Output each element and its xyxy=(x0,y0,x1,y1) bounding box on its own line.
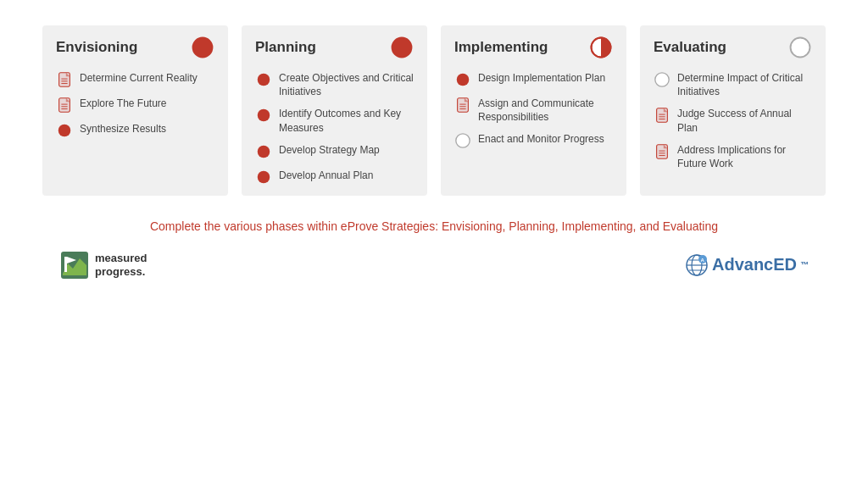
mp-logo-text: measured progress. xyxy=(95,252,147,278)
item-text: Design Implementation Plan xyxy=(478,71,605,85)
phase-item[interactable]: Develop Annual Plan xyxy=(255,169,414,186)
phase-item[interactable]: Address Implications for Future Work xyxy=(654,143,812,170)
item-icon xyxy=(56,71,73,88)
item-text: Determine Impact of Critical Initiatives xyxy=(677,71,812,98)
item-text: Develop Annual Plan xyxy=(279,169,373,182)
item-text: Develop Strategy Map xyxy=(279,143,380,157)
svg-point-12 xyxy=(392,38,412,58)
phase-status-icon-planning xyxy=(390,36,414,59)
measured-progress-logo: measured progress. xyxy=(59,250,147,280)
item-text: Judge Success of Annual Plan xyxy=(677,107,812,134)
mp-line1: measured xyxy=(95,252,147,265)
item-icon xyxy=(454,97,471,114)
svg-point-0 xyxy=(193,38,213,58)
advanced-logo: A AdvancED ™ xyxy=(685,253,809,277)
phase-header-implementing: Implementing xyxy=(454,36,613,59)
phase-item[interactable]: Enact and Monitor Progress xyxy=(454,132,613,149)
phase-title-evaluating: Evaluating xyxy=(654,39,726,56)
phase-item[interactable]: Judge Success of Annual Plan xyxy=(654,107,812,134)
item-text: Assign and Communicate Responsibilities xyxy=(478,97,613,124)
item-text: Explore The Future xyxy=(80,97,167,110)
advanced-globe-icon: A xyxy=(685,253,709,277)
phase-item[interactable]: Identify Outcomes and Key Measures xyxy=(255,107,414,134)
item-text: Synthesize Results xyxy=(80,122,166,136)
phase-items-implementing: Design Implementation PlanAssign and Com… xyxy=(454,71,613,149)
item-text: Determine Current Reality xyxy=(80,71,198,85)
phase-card-implementing: ImplementingDesign Implementation PlanAs… xyxy=(441,25,626,196)
phase-status-icon-evaluating xyxy=(788,36,812,59)
svg-point-26 xyxy=(791,38,810,58)
phase-item[interactable]: Assign and Communicate Responsibilities xyxy=(454,97,613,124)
item-text: Enact and Monitor Progress xyxy=(478,132,604,146)
phase-item[interactable]: Determine Current Reality xyxy=(56,71,214,88)
bottom-text: Complete the various phases within eProv… xyxy=(42,219,826,233)
svg-rect-28 xyxy=(657,108,668,122)
svg-point-19 xyxy=(457,74,470,86)
svg-point-11 xyxy=(58,125,71,137)
item-icon xyxy=(255,107,272,124)
phase-item[interactable]: Determine Impact of Critical Initiatives xyxy=(654,71,812,98)
phase-items-planning: Create Objectives and Critical Initiativ… xyxy=(255,71,414,186)
item-icon xyxy=(654,71,670,88)
item-icon xyxy=(654,143,670,160)
svg-point-25 xyxy=(456,134,470,147)
svg-rect-40 xyxy=(64,257,67,272)
item-icon xyxy=(255,143,272,160)
svg-rect-33 xyxy=(657,145,668,158)
svg-text:A: A xyxy=(700,258,704,263)
phase-status-icon-envisioning xyxy=(191,36,214,59)
item-text: Identify Outcomes and Key Measures xyxy=(279,107,414,134)
svg-rect-1 xyxy=(59,73,70,86)
item-text: Address Implications for Future Work xyxy=(677,143,812,170)
phases-row: EnvisioningDetermine Current RealityExpl… xyxy=(42,25,826,196)
phase-item[interactable]: Synthesize Results xyxy=(56,122,214,139)
item-icon xyxy=(56,122,73,139)
main-container: EnvisioningDetermine Current RealityExpl… xyxy=(0,0,868,297)
item-icon xyxy=(454,132,471,149)
item-icon xyxy=(255,169,272,186)
phase-title-implementing: Implementing xyxy=(454,39,548,56)
svg-rect-20 xyxy=(458,98,469,112)
measured-progress-icon xyxy=(59,250,90,280)
advanced-text: AdvancED xyxy=(712,255,797,274)
phase-item[interactable]: Create Objectives and Critical Initiativ… xyxy=(255,71,414,98)
phase-item[interactable]: Design Implementation Plan xyxy=(454,71,613,88)
footer: measured progress. A AdvancED ™ xyxy=(42,250,826,280)
item-icon xyxy=(454,71,471,88)
phase-status-icon-implementing xyxy=(589,36,613,59)
phase-header-evaluating: Evaluating xyxy=(654,36,812,59)
phase-title-envisioning: Envisioning xyxy=(56,39,137,56)
item-icon xyxy=(56,97,73,114)
phase-item[interactable]: Develop Strategy Map xyxy=(255,143,414,160)
item-text: Create Objectives and Critical Initiativ… xyxy=(279,71,414,98)
phase-card-planning: PlanningCreate Objectives and Critical I… xyxy=(242,25,427,196)
advanced-trademark: ™ xyxy=(800,260,809,269)
phase-item[interactable]: Explore The Future xyxy=(56,97,214,114)
phase-items-evaluating: Determine Impact of Critical Initiatives… xyxy=(654,71,812,170)
svg-point-27 xyxy=(655,73,669,86)
svg-rect-6 xyxy=(59,98,70,112)
phase-card-evaluating: EvaluatingDetermine Impact of Critical I… xyxy=(640,25,826,196)
phase-items-envisioning: Determine Current RealityExplore The Fut… xyxy=(56,71,214,139)
item-icon xyxy=(255,71,272,88)
phase-card-envisioning: EnvisioningDetermine Current RealityExpl… xyxy=(42,25,228,196)
svg-point-16 xyxy=(258,170,270,183)
svg-point-13 xyxy=(258,74,270,86)
item-icon xyxy=(654,107,670,124)
phase-title-planning: Planning xyxy=(255,39,316,56)
svg-point-15 xyxy=(258,145,270,158)
svg-point-14 xyxy=(258,109,270,122)
phase-header-planning: Planning xyxy=(255,36,414,59)
phase-header-envisioning: Envisioning xyxy=(56,36,214,59)
mp-line2: progress. xyxy=(95,265,147,279)
